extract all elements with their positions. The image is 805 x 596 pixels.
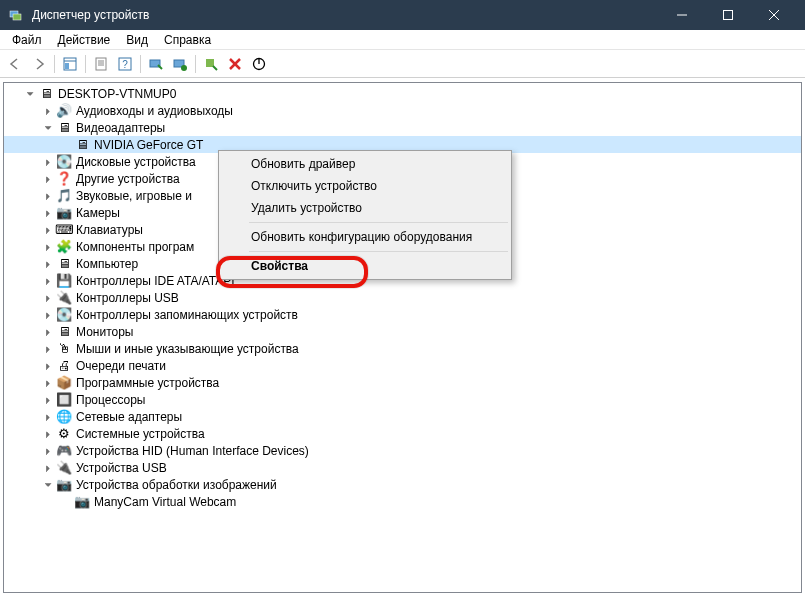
device-icon: 💽 (56, 154, 72, 170)
chevron-right-icon[interactable]: ⏵ (42, 428, 54, 440)
tree-node-label: Контроллеры запоминающих устройств (76, 308, 298, 322)
svg-rect-9 (96, 58, 106, 70)
tree-node-cat-13[interactable]: ⏵🖱Мыши и иные указывающие устройства (4, 340, 801, 357)
menubar: Файл Действие Вид Справка (0, 30, 805, 50)
tree-node-dev-21-0[interactable]: 📷ManyCam Virtual Webcam (4, 493, 801, 510)
chevron-right-icon[interactable]: ⏵ (42, 394, 54, 406)
device-icon: ⚙ (56, 426, 72, 442)
disable-device-button[interactable] (248, 53, 270, 75)
tree-node-cat-15[interactable]: ⏵📦Программные устройства (4, 374, 801, 391)
chevron-right-icon[interactable]: ⏵ (42, 156, 54, 168)
chevron-right-icon[interactable]: ⏵ (42, 343, 54, 355)
chevron-right-icon[interactable]: ⏵ (42, 445, 54, 457)
tree-node-label: Звуковые, игровые и (76, 189, 192, 203)
chevron-down-icon[interactable]: ⏷ (24, 88, 36, 100)
help-button[interactable]: ? (114, 53, 136, 75)
device-icon: 🔌 (56, 460, 72, 476)
tree-node-label: NVIDIA GeForce GT (94, 138, 203, 152)
window-title: Диспетчер устройств (32, 8, 659, 22)
tree-node-label: Очереди печати (76, 359, 166, 373)
enable-device-button[interactable] (200, 53, 222, 75)
uninstall-device-button[interactable] (224, 53, 246, 75)
device-tree[interactable]: ⏷🖥DESKTOP-VTNMUP0⏵🔊Аудиовходы и аудиовых… (4, 83, 801, 512)
device-icon: 🔌 (56, 290, 72, 306)
tree-node-cat-20[interactable]: ⏵🔌Устройства USB (4, 459, 801, 476)
chevron-right-icon[interactable]: ⏵ (42, 258, 54, 270)
maximize-button[interactable] (705, 0, 751, 30)
chevron-right-icon[interactable]: ⏵ (42, 326, 54, 338)
menu-view[interactable]: Вид (118, 31, 156, 49)
tree-node-label: Контроллеры IDE ATA/ATAPI (76, 274, 235, 288)
chevron-right-icon[interactable]: ⏵ (42, 292, 54, 304)
chevron-right-icon[interactable]: ⏵ (42, 309, 54, 321)
menu-file[interactable]: Файл (4, 31, 50, 49)
toolbar-separator (195, 55, 196, 73)
menu-action[interactable]: Действие (50, 31, 119, 49)
device-icon: 🖥 (74, 137, 90, 153)
tree-node-label: ManyCam Virtual Webcam (94, 495, 236, 509)
svg-text:?: ? (122, 59, 128, 70)
chevron-right-icon[interactable]: ⏵ (42, 173, 54, 185)
device-icon: 🎮 (56, 443, 72, 459)
properties-button[interactable] (90, 53, 112, 75)
tree-node-cat-18[interactable]: ⏵⚙Системные устройства (4, 425, 801, 442)
cm-scan-hardware[interactable]: Обновить конфигурацию оборудования (221, 226, 509, 248)
chevron-down-icon[interactable]: ⏷ (42, 122, 54, 134)
scan-hardware-button[interactable] (145, 53, 167, 75)
tree-node-cat-0[interactable]: ⏵🔊Аудиовходы и аудиовыходы (4, 102, 801, 119)
tree-node-cat-11[interactable]: ⏵💽Контроллеры запоминающих устройств (4, 306, 801, 323)
expander-none (60, 496, 72, 508)
device-icon: 🌐 (56, 409, 72, 425)
chevron-right-icon[interactable]: ⏵ (42, 190, 54, 202)
device-icon: 🖥 (56, 324, 72, 340)
tree-node-cat-10[interactable]: ⏵🔌Контроллеры USB (4, 289, 801, 306)
device-icon: ❓ (56, 171, 72, 187)
chevron-right-icon[interactable]: ⏵ (42, 360, 54, 372)
toolbar-separator (140, 55, 141, 73)
tree-node-cat-1[interactable]: ⏷🖥Видеоадаптеры (4, 119, 801, 136)
minimize-button[interactable] (659, 0, 705, 30)
svg-rect-3 (724, 11, 733, 20)
tree-node-label: Процессоры (76, 393, 146, 407)
forward-button[interactable] (28, 53, 50, 75)
tree-node-cat-17[interactable]: ⏵🌐Сетевые адаптеры (4, 408, 801, 425)
tree-node-cat-12[interactable]: ⏵🖥Мониторы (4, 323, 801, 340)
device-icon: 🎵 (56, 188, 72, 204)
app-icon (8, 7, 24, 23)
tree-node-label: Аудиовходы и аудиовыходы (76, 104, 233, 118)
tree-node-cat-14[interactable]: ⏵🖨Очереди печати (4, 357, 801, 374)
update-driver-button[interactable] (169, 53, 191, 75)
chevron-right-icon[interactable]: ⏵ (42, 241, 54, 253)
tree-node-root[interactable]: ⏷🖥DESKTOP-VTNMUP0 (4, 85, 801, 102)
menu-help[interactable]: Справка (156, 31, 219, 49)
tree-node-cat-21[interactable]: ⏷📷Устройства обработки изображений (4, 476, 801, 493)
chevron-right-icon[interactable]: ⏵ (42, 207, 54, 219)
cm-uninstall-device[interactable]: Удалить устройство (221, 197, 509, 219)
chevron-right-icon[interactable]: ⏵ (42, 411, 54, 423)
back-button[interactable] (4, 53, 26, 75)
tree-node-label: Клавиатуры (76, 223, 143, 237)
chevron-right-icon[interactable]: ⏵ (42, 224, 54, 236)
device-icon: 💾 (56, 273, 72, 289)
device-icon: 📷 (56, 477, 72, 493)
svg-rect-1 (13, 14, 21, 20)
tree-node-cat-16[interactable]: ⏵🔲Процессоры (4, 391, 801, 408)
chevron-down-icon[interactable]: ⏷ (42, 479, 54, 491)
close-button[interactable] (751, 0, 797, 30)
cm-properties[interactable]: Свойства (221, 255, 509, 277)
device-icon: 🖥 (56, 120, 72, 136)
cm-disable-device[interactable]: Отключить устройство (221, 175, 509, 197)
chevron-right-icon[interactable]: ⏵ (42, 105, 54, 117)
device-icon: 📷 (56, 205, 72, 221)
device-icon: 💽 (56, 307, 72, 323)
svg-rect-8 (65, 63, 69, 69)
chevron-right-icon[interactable]: ⏵ (42, 462, 54, 474)
show-hide-tree-button[interactable] (59, 53, 81, 75)
tree-node-cat-19[interactable]: ⏵🎮Устройства HID (Human Interface Device… (4, 442, 801, 459)
chevron-right-icon[interactable]: ⏵ (42, 275, 54, 287)
device-icon: 📦 (56, 375, 72, 391)
chevron-right-icon[interactable]: ⏵ (42, 377, 54, 389)
context-menu: Обновить драйвер Отключить устройство Уд… (218, 150, 512, 280)
cm-update-driver[interactable]: Обновить драйвер (221, 153, 509, 175)
tree-node-label: Дисковые устройства (76, 155, 196, 169)
